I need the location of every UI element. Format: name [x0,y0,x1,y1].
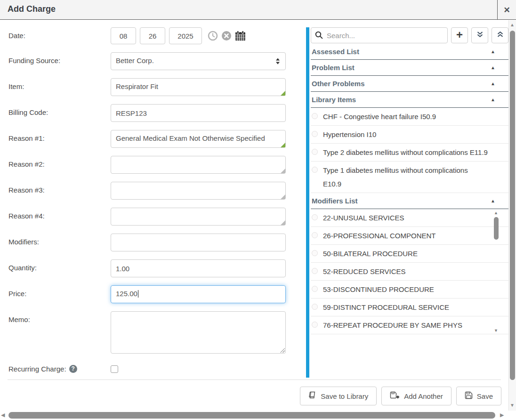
reason2-row: Reason #2: [8,156,306,174]
price-input[interactable]: 125.00 [111,285,286,303]
scroll-down-icon[interactable]: ▼ [494,328,498,333]
radio-icon [312,131,318,137]
close-button[interactable]: ✕ [497,0,516,20]
add-another-button[interactable]: Add Another [381,387,452,405]
list-item[interactable]: 26-PROFESSIONAL COMPONENT [311,227,508,245]
funding-source-label: Funding Source: [8,52,111,70]
help-icon[interactable]: ? [69,365,77,373]
search-input[interactable] [311,27,448,43]
quantity-label: Quantity: [8,259,111,277]
reason3-row: Reason #3: [8,182,306,200]
quantity-input[interactable] [111,259,286,277]
text-cursor [138,290,138,298]
horizontal-scrollbar-thumb[interactable] [8,412,495,419]
date-month-input[interactable] [111,27,136,44]
add-code-button[interactable]: + [451,27,468,43]
list-item[interactable]: 50-BILATERAL PROCEDURE [311,245,508,263]
save-to-library-button[interactable]: Save to Library [300,387,377,405]
radio-icon [312,214,318,220]
list-item[interactable]: Type 2 diabetes mellitus without complic… [311,144,508,162]
date-year-input[interactable] [169,27,202,44]
scroll-right-icon[interactable]: ▶ [500,412,504,418]
panel-sections: Assessed List▲Problem List▲Other Problem… [311,44,508,334]
collapse-icon[interactable]: ▲ [491,49,495,54]
modifiers-input[interactable] [111,234,286,251]
reason4-field[interactable] [111,208,286,226]
expand-all-button[interactable] [471,27,488,43]
list-item[interactable]: Hypertension I10 [311,126,508,144]
section-header[interactable]: Modifiers List▲ [311,193,508,209]
resize-handle-icon[interactable] [281,220,285,225]
radio-icon [312,322,318,328]
section-label: Assessed List [312,48,359,56]
scroll-up-icon[interactable]: ▲ [510,22,515,27]
vertical-scrollbar[interactable]: ▲ ▼ [508,20,516,411]
list-item-label: Type 2 diabetes mellitus without complic… [323,148,488,156]
section-header[interactable]: Assessed List▲ [311,44,508,60]
list-item[interactable]: 52-REDUCED SERVICES [311,263,508,281]
recurring-charge-checkbox[interactable] [111,365,118,373]
billing-code-row: Billing Code: [8,104,306,122]
modal-header: Add Charge ✕ [0,0,516,20]
calendar-icon[interactable] [235,31,246,41]
resize-handle-icon[interactable] [281,143,285,147]
list-item[interactable]: 53-DISCONTINUED PROCEDURE [311,281,508,299]
list-item-label: CHF - Congestive heart failure I50.9 [323,113,436,121]
list-item[interactable]: Type 1 diabetes mellitus without complic… [311,162,508,193]
vertical-scrollbar-thumb[interactable] [510,31,515,380]
inner-scrollbar[interactable]: ▲▼ [493,210,500,333]
reason1-field[interactable]: General Medical Exam Not Otherwise Speci… [111,130,286,148]
list-item[interactable]: CHF - Congestive heart failure I50.9 [311,108,508,126]
scroll-left-icon[interactable]: ◀ [1,412,5,418]
item-row: Item: Respirator Fit [8,78,306,96]
list-item[interactable]: 59-DISTINCT PROCEDURAL SERVICE [311,299,508,316]
resize-handle-icon[interactable] [281,194,285,199]
charge-form: Date: Funding Source: Better Corp. [0,20,306,381]
collapse-icon[interactable]: ▲ [491,81,495,86]
billing-code-input[interactable] [111,104,286,122]
scroll-up-icon[interactable]: ▲ [494,210,498,215]
section-items: CHF - Congestive heart failure I50.9Hype… [311,108,508,193]
reason3-field[interactable] [111,182,286,200]
list-item[interactable]: 22-UNUSUAL SERVICES [311,209,508,227]
clock-icon[interactable] [208,31,218,41]
reason1-label: Reason #1: [8,130,111,148]
inner-scrollbar-thumb[interactable] [494,217,499,240]
reason2-label: Reason #2: [8,156,111,174]
radio-icon [312,167,318,173]
list-item[interactable]: 76-REPEAT PROCEDURE BY SAME PHYS [311,316,508,334]
clear-date-icon[interactable] [221,31,232,41]
date-label: Date: [8,27,111,44]
section-header[interactable]: Other Problems▲ [311,76,508,92]
collapse-icon[interactable]: ▲ [491,198,495,203]
collapse-icon[interactable]: ▲ [491,97,495,102]
save-button[interactable]: Save [456,387,501,405]
panel-toolbar: + [311,27,508,43]
reason4-label: Reason #4: [8,208,111,226]
collapse-all-button[interactable] [492,27,508,43]
double-chevron-up-icon [497,31,504,40]
modifiers-label: Modifiers: [8,234,111,251]
book-icon [308,391,316,401]
date-day-input[interactable] [140,27,165,44]
funding-source-select[interactable]: Better Corp. [111,52,286,70]
radio-icon [312,232,318,238]
section-label: Other Problems [312,80,365,88]
scroll-down-icon[interactable]: ▼ [510,403,515,408]
section-header[interactable]: Library Items▲ [311,92,508,108]
modifiers-row: Modifiers: [8,234,306,251]
resize-handle-icon[interactable] [281,169,285,173]
horizontal-scrollbar[interactable]: ◀ ▶ [0,411,516,420]
list-item-label: 52-REDUCED SERVICES [323,267,406,275]
resize-handle-icon[interactable] [281,91,285,96]
memo-field[interactable] [111,311,286,354]
section-label: Modifiers List [312,197,358,205]
recurring-charge-label: Recurring Charge: [8,365,66,373]
collapse-icon[interactable]: ▲ [491,65,495,70]
section-header[interactable]: Problem List▲ [311,60,508,76]
radio-icon [312,113,318,119]
double-chevron-down-icon [476,31,484,40]
item-field[interactable]: Respirator Fit [111,78,286,96]
reason2-field[interactable] [111,156,286,174]
recurring-charge-row: Recurring Charge: ? [8,362,306,373]
